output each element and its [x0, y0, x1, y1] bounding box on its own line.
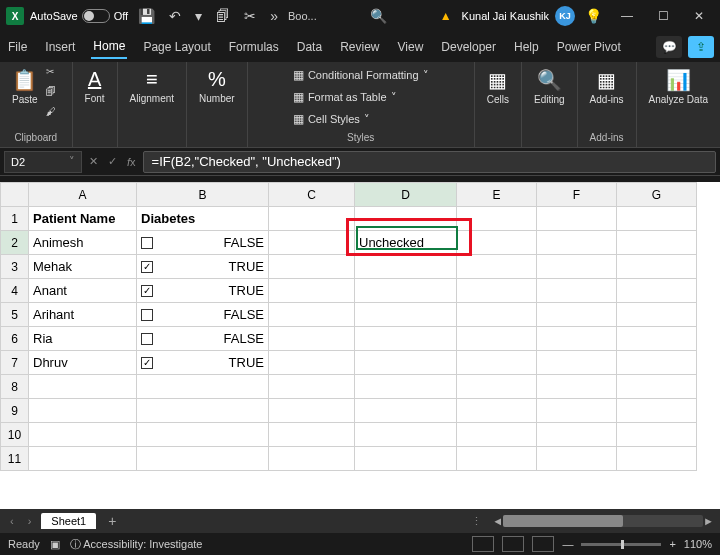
page-break-view-button[interactable]: [532, 536, 554, 552]
overflow-icon[interactable]: »: [266, 8, 282, 24]
zoom-out-button[interactable]: —: [562, 538, 573, 550]
cell-f6[interactable]: [537, 327, 617, 351]
cell-e5[interactable]: [457, 303, 537, 327]
checkbox-checked-icon[interactable]: ✓: [141, 285, 153, 297]
col-header-e[interactable]: E: [457, 183, 537, 207]
row-header-11[interactable]: 11: [1, 447, 29, 471]
cell-f5[interactable]: [537, 303, 617, 327]
tab-help[interactable]: Help: [512, 36, 541, 58]
row-header-8[interactable]: 8: [1, 375, 29, 399]
cell-g5[interactable]: [617, 303, 697, 327]
row-header-4[interactable]: 4: [1, 279, 29, 303]
cell-e1[interactable]: [457, 207, 537, 231]
cell-d3[interactable]: [355, 255, 457, 279]
document-name[interactable]: Boo...: [288, 10, 317, 22]
number-button[interactable]: %Number: [195, 66, 239, 106]
cell-a7[interactable]: Dhruv: [29, 351, 137, 375]
cells-button[interactable]: ▦Cells: [483, 66, 513, 107]
close-button[interactable]: ✕: [684, 9, 714, 23]
scroll-left-icon[interactable]: ◄: [492, 515, 503, 527]
row-header-5[interactable]: 5: [1, 303, 29, 327]
row-header-9[interactable]: 9: [1, 399, 29, 423]
horizontal-scrollbar[interactable]: ⋮ ◄ ►: [128, 515, 714, 528]
paste-button[interactable]: 📋 Paste: [8, 66, 42, 107]
page-layout-view-button[interactable]: [502, 536, 524, 552]
formula-input[interactable]: =IF(B2,"Checked", "Unchecked"): [143, 151, 716, 173]
tab-data[interactable]: Data: [295, 36, 324, 58]
row-header-2[interactable]: 2: [1, 231, 29, 255]
cell-f4[interactable]: [537, 279, 617, 303]
cell-g2[interactable]: [617, 231, 697, 255]
format-as-table-button[interactable]: ▦Format as Table ˅: [289, 88, 401, 106]
cell-a6[interactable]: Ria: [29, 327, 137, 351]
cell-c5[interactable]: [269, 303, 355, 327]
sheet-tab-sheet1[interactable]: Sheet1: [41, 513, 96, 529]
cell-a4[interactable]: Anant: [29, 279, 137, 303]
redo-icon[interactable]: ▾: [191, 8, 206, 24]
cell-d2[interactable]: Unchecked: [355, 231, 457, 255]
cell-f3[interactable]: [537, 255, 617, 279]
font-button[interactable]: AFont: [81, 66, 109, 106]
cell-d1[interactable]: [355, 207, 457, 231]
format-painter-button[interactable]: 🖌: [46, 106, 64, 120]
tab-insert[interactable]: Insert: [43, 36, 77, 58]
user-name[interactable]: Kunal Jai Kaushik: [462, 10, 549, 22]
toggle-off-icon[interactable]: [82, 9, 110, 23]
checkbox-icon[interactable]: [141, 309, 153, 321]
cell-f7[interactable]: [537, 351, 617, 375]
zoom-in-button[interactable]: +: [669, 538, 675, 550]
checkbox-icon[interactable]: [141, 333, 153, 345]
checkbox-icon[interactable]: [141, 237, 153, 249]
cell-styles-button[interactable]: ▦Cell Styles ˅: [289, 110, 374, 128]
cancel-formula-button[interactable]: ✕: [86, 155, 101, 168]
cell-g1[interactable]: [617, 207, 697, 231]
cell-b3[interactable]: ✓TRUE: [137, 255, 269, 279]
cell-d7[interactable]: [355, 351, 457, 375]
cell-b1[interactable]: Diabetes: [137, 207, 269, 231]
cell-e7[interactable]: [457, 351, 537, 375]
analyze-data-button[interactable]: 📊Analyze Data: [645, 66, 712, 107]
scroll-right-icon[interactable]: ►: [703, 515, 714, 527]
cell-a3[interactable]: Mehak: [29, 255, 137, 279]
cut-icon[interactable]: ✂: [240, 8, 260, 24]
cell-d5[interactable]: [355, 303, 457, 327]
conditional-formatting-button[interactable]: ▦Conditional Formatting ˅: [289, 66, 433, 84]
cell-f2[interactable]: [537, 231, 617, 255]
cell-g3[interactable]: [617, 255, 697, 279]
scrollbar-thumb[interactable]: [503, 515, 623, 527]
cell-a2[interactable]: Animesh: [29, 231, 137, 255]
save-icon[interactable]: 💾: [134, 8, 159, 24]
cell-g6[interactable]: [617, 327, 697, 351]
cell-b6[interactable]: FALSE: [137, 327, 269, 351]
worksheet-grid[interactable]: A B C D E F G 1 Patient Name Diabetes 2 …: [0, 176, 720, 509]
tab-view[interactable]: View: [396, 36, 426, 58]
row-header-6[interactable]: 6: [1, 327, 29, 351]
cell-d4[interactable]: [355, 279, 457, 303]
cell-a5[interactable]: Arihant: [29, 303, 137, 327]
cell-c1[interactable]: [269, 207, 355, 231]
tab-developer[interactable]: Developer: [439, 36, 498, 58]
autosave-toggle[interactable]: AutoSave Off: [30, 9, 128, 23]
comments-button[interactable]: 💬: [656, 36, 682, 58]
cell-e3[interactable]: [457, 255, 537, 279]
col-header-g[interactable]: G: [617, 183, 697, 207]
cell-b5[interactable]: FALSE: [137, 303, 269, 327]
cell-e6[interactable]: [457, 327, 537, 351]
cell-d6[interactable]: [355, 327, 457, 351]
tab-file[interactable]: File: [6, 36, 29, 58]
checkbox-checked-icon[interactable]: ✓: [141, 261, 153, 273]
cell-e2[interactable]: [457, 231, 537, 255]
editing-button[interactable]: 🔍Editing: [530, 66, 569, 107]
cell-c3[interactable]: [269, 255, 355, 279]
col-header-d[interactable]: D: [355, 183, 457, 207]
cell-a1[interactable]: Patient Name: [29, 207, 137, 231]
col-header-b[interactable]: B: [137, 183, 269, 207]
cell-c7[interactable]: [269, 351, 355, 375]
tab-formulas[interactable]: Formulas: [227, 36, 281, 58]
addins-button[interactable]: ▦Add-ins: [586, 66, 628, 107]
maximize-button[interactable]: ☐: [648, 9, 678, 23]
cell-g7[interactable]: [617, 351, 697, 375]
checkbox-checked-icon[interactable]: ✓: [141, 357, 153, 369]
undo-icon[interactable]: ↶: [165, 8, 185, 24]
enter-formula-button[interactable]: ✓: [105, 155, 120, 168]
